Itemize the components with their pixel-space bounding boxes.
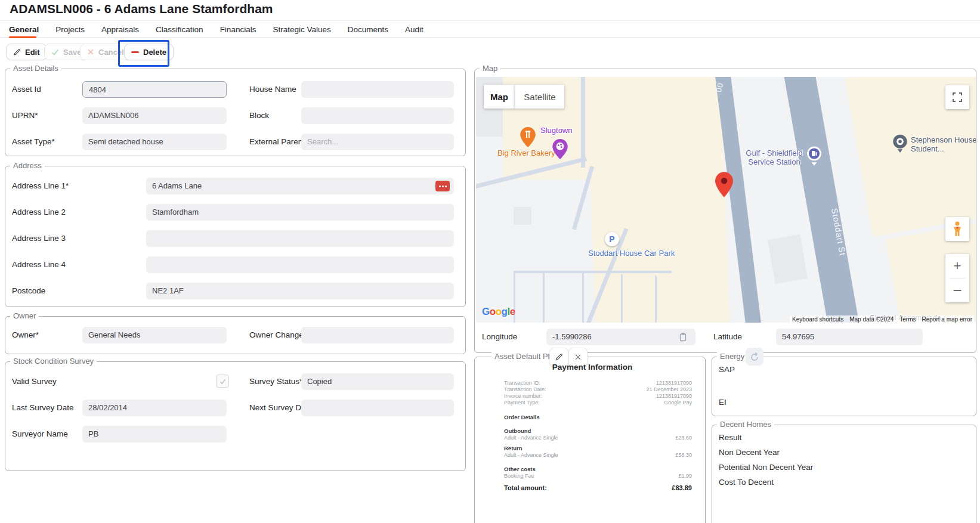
tab-general[interactable]: General [9,25,39,34]
decent-homes-legend: Decent Homes [717,420,774,429]
copy-icon[interactable] [679,332,687,342]
poi-label-big-river-bakery[interactable]: Big River Bakery [497,148,555,157]
uprn-field[interactable]: ADAMSLN006 [82,107,227,124]
google-map[interactable]: 00 Lowery Pl Stoddart St Big River Baker… [476,77,976,323]
page-title: ADAMSLN006 - 6 Adams Lane Stamfordham [10,2,273,16]
survey-status-field[interactable]: Copied [301,373,454,390]
receipt-info-label: Payment Type: [504,400,540,406]
address-line2-label: Address Line 2 [12,208,66,216]
map-parking-line [655,276,657,323]
save-button-label: Save [63,48,81,57]
asset-id-label: Asset Id [12,85,41,94]
last-survey-date-field[interactable]: 28/02/2014 [82,400,227,416]
restaurant-pin-icon[interactable] [520,127,536,147]
poi-label-slugtown[interactable]: Slugtown [540,126,572,135]
asset-details-legend: Asset Details [10,64,61,73]
receipt-info-label: Invoice number: [504,393,542,399]
tab-audit[interactable]: Audit [405,25,423,34]
longitude-field[interactable]: -1.5990286 [546,329,695,345]
address-line4-field[interactable] [146,256,454,273]
tab-documents[interactable]: Documents [348,25,388,34]
surveyor-name-field[interactable]: PB [82,426,227,442]
asset-type-label: Asset Type* [12,137,55,146]
uprn-label: UPRN* [12,111,38,120]
asset-id-field[interactable]: 4804 [82,81,227,98]
owner-legend: Owner [10,311,39,320]
map-block [587,77,730,323]
tab-strategic-values[interactable]: Strategic Values [273,25,330,34]
decent-homes-fieldset: Decent Homes [712,425,976,523]
check-icon [51,48,59,56]
receipt-line-label: Booking Fee [504,473,534,479]
tab-appraisals[interactable]: Appraisals [101,25,139,34]
tab-projects[interactable]: Projects [55,25,85,34]
terms-link[interactable]: Terms [899,316,916,323]
last-survey-date-label: Last Survey Date [12,403,74,412]
asset-detail-page: ADAMSLN006 - 6 Adams Lane Stamfordham Ge… [0,0,980,523]
pencil-icon [555,353,563,361]
map-type-button-satellite[interactable]: Satellite [515,85,564,109]
receipt-line-row: Adult - Advance Single £23.60 [504,435,692,441]
lodging-pin-icon[interactable] [892,134,908,155]
receipt-info-value: Google Pay [664,400,692,406]
tab-financials[interactable]: Financials [220,25,256,34]
external-parent-search-field[interactable]: Search... [301,134,454,150]
address-line1-field[interactable]: 6 Adams Lane [146,178,454,194]
tab-classification[interactable]: Classification [156,25,203,34]
valid-survey-label: Valid Survey [12,377,57,386]
owner-field[interactable]: General Needs [82,327,227,343]
receipt-info-row: Transaction Date: 21 December 2023 [504,386,692,392]
valid-survey-checkbox[interactable] [216,375,229,388]
gas-station-pin-icon[interactable] [806,146,823,166]
address-line3-field[interactable] [146,230,454,247]
gallery-pin-icon[interactable] [552,139,568,159]
map-block [768,234,808,284]
address-lookup-ellipsis-button[interactable] [435,181,450,191]
receipt-line-amount: £58.30 [675,452,692,458]
receipt-line-label: Adult - Advance Single [504,452,558,458]
refresh-energy-button[interactable] [746,348,763,366]
block-field[interactable] [301,107,454,124]
external-parent-placeholder: Search... [307,137,338,146]
next-survey-date-field[interactable] [301,400,454,416]
parking-pin-icon[interactable]: P [605,232,619,246]
zoom-out-button[interactable]: − [945,278,969,302]
map-parking-line [582,273,584,323]
map-type-button-map[interactable]: Map [484,85,515,109]
house-name-field[interactable] [301,81,454,98]
asset-type-field[interactable]: Semi detached house [82,134,227,150]
click-highlight-annotation [118,40,169,67]
report-map-error-link[interactable]: Report a map error [922,316,972,323]
keyboard-shortcuts-link[interactable]: Keyboard shortcuts [792,316,843,323]
receipt-line-amount: £23.60 [675,435,692,441]
edit-button[interactable]: Edit [6,44,47,60]
google-logo-letter: o [490,306,496,317]
receipt-section-heading: Return [504,445,523,451]
owner-change-date-field[interactable] [301,327,454,343]
latitude-field[interactable]: 54.97695 [776,329,923,345]
receipt-info-row: Invoice number: 121381917090 [504,393,692,399]
poi-label-stephenson-house[interactable]: Stephenson House Student... [911,135,976,153]
stock-condition-survey-legend: Stock Condition Survey [10,357,97,366]
poi-label-stoddart-house-car-park[interactable]: Stoddart House Car Park [588,249,675,258]
zoom-in-button[interactable]: + [945,254,969,278]
address-line2-field[interactable]: Stamfordham [146,204,454,221]
asset-location-pin-icon[interactable] [715,171,733,198]
receipt-info-value: 21 December 2023 [646,386,692,392]
receipt-info-value: 121381917090 [656,393,692,399]
pegman-button[interactable] [945,217,969,241]
map-parking-line [543,273,545,323]
active-tab-indicator [9,36,36,38]
zoom-control: + − [945,254,969,302]
google-logo-letter: e [510,306,515,317]
fullscreen-button[interactable] [945,85,969,109]
pencil-icon [13,48,21,56]
postcode-field[interactable]: NE2 1AF [146,283,454,299]
receipt-section-heading: Outbound [504,428,531,434]
map-data-text: Map data ©2024 [849,316,894,323]
receipt-line-label: Adult - Advance Single [504,435,558,441]
receipt-section-heading: Other costs [504,466,536,472]
google-logo-letter: o [496,306,502,317]
google-logo[interactable]: Google [482,306,515,318]
receipt-total-row: Total amount: £83.89 [504,484,692,491]
